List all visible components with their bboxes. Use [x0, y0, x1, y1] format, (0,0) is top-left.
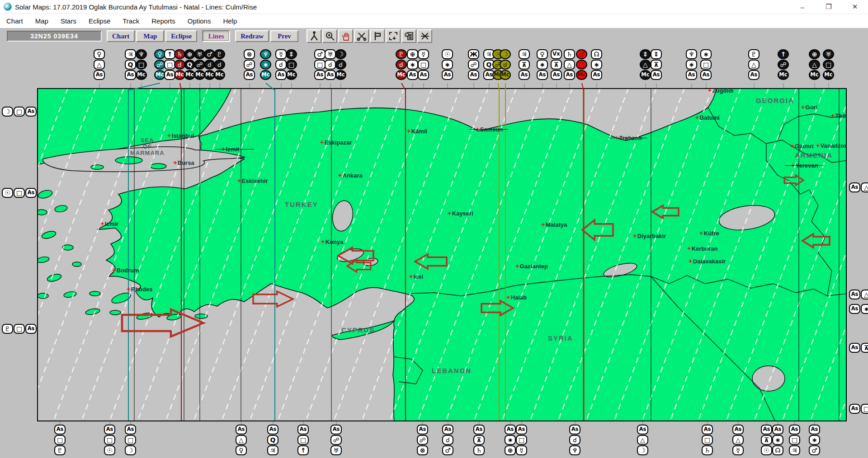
city-label: +Gori — [801, 104, 818, 111]
city-marker-icon: + — [816, 141, 820, 149]
city-name: Gori — [806, 104, 818, 111]
city-name: Eskipazar — [325, 139, 352, 146]
city-marker-icon: + — [338, 171, 342, 179]
city-label: +Vanadzor — [816, 142, 846, 149]
city-marker-icon: + — [320, 138, 324, 146]
city-label: +Küfre — [699, 230, 719, 237]
city-marker-icon: + — [237, 177, 241, 184]
city-label: +Gjumri — [790, 143, 814, 150]
city-name: Konya — [326, 238, 344, 245]
city-label: +Izmit — [222, 146, 239, 153]
country-label: TURKEY — [285, 201, 318, 208]
city-marker-icon: + — [515, 262, 519, 270]
city-label: +Halab — [506, 294, 527, 301]
city-name: Diyarbakir — [637, 233, 666, 239]
city-label: +Kâmil — [407, 128, 427, 135]
city-label: +Gaziantep — [515, 263, 548, 270]
city-marker-icon: + — [409, 272, 413, 280]
city-label: +Rhodes — [127, 286, 152, 293]
city-name: Zugdidi — [712, 87, 734, 94]
city-marker-icon: + — [321, 238, 325, 245]
city-name: Tbilisi — [835, 112, 846, 119]
city-label: +Malatya — [541, 221, 567, 228]
city-marker-icon: + — [695, 113, 699, 121]
city-name: Dalavakasir — [693, 258, 726, 265]
map-labels-layer: +Istanbul+Izmit+Bursa+Eskisehir+Izmir+Bo… — [38, 44, 846, 377]
city-marker-icon: + — [506, 293, 510, 301]
city-label: +Kerburan — [687, 245, 718, 252]
city-name: Eskisehir — [242, 178, 268, 184]
city-marker-icon: + — [633, 232, 637, 239]
city-name: Vanadzor — [821, 142, 846, 149]
city-label: +Samsun — [476, 126, 503, 133]
city-marker-icon: + — [699, 229, 703, 237]
city-marker-icon: + — [790, 142, 794, 150]
city-name: Rhodes — [131, 286, 153, 293]
city-marker-icon: + — [407, 127, 411, 135]
city-label: +Eskipazar — [320, 139, 352, 146]
city-name: Kayseri — [452, 210, 473, 217]
city-label: +Izmir — [100, 220, 118, 227]
city-name: Halab — [511, 294, 527, 301]
sea-label: SEAOFMARMARA — [130, 137, 165, 156]
city-marker-icon: + — [100, 220, 104, 227]
country-label: SYRIA — [548, 334, 573, 342]
city-label: +Trabzon — [615, 135, 642, 141]
city-marker-icon: + — [167, 131, 171, 139]
city-name: Malatya — [546, 221, 567, 228]
city-label: +Dalavakasir — [689, 258, 726, 265]
city-marker-icon: + — [448, 209, 452, 217]
city-label: +Batumi — [695, 114, 720, 121]
city-name: Bursa — [178, 159, 194, 166]
city-label: +Tbilisi — [831, 112, 846, 119]
country-label: CYPRUS — [341, 326, 375, 334]
city-label: +Ankara — [338, 172, 363, 179]
city-label: +Diyarbakir — [633, 233, 666, 239]
city-marker-icon: + — [831, 112, 835, 119]
city-label: +Bursa — [173, 159, 194, 166]
city-name: Gjumri — [795, 143, 814, 150]
country-label: ARMENIA — [795, 151, 833, 159]
city-name: Istanbul — [172, 132, 194, 139]
city-label: +Kayseri — [448, 210, 473, 217]
city-label: +Bodrum — [112, 267, 139, 274]
city-name: Batumi — [700, 114, 720, 121]
city-name: Gaziantep — [520, 263, 548, 270]
city-marker-icon: + — [173, 159, 177, 166]
city-name: Bodrum — [117, 267, 139, 274]
country-label: LEBANON — [432, 367, 472, 374]
city-marker-icon: + — [541, 220, 545, 228]
city-marker-icon: + — [687, 244, 691, 252]
city-label: +Icel — [409, 273, 423, 280]
city-label: +Yerevan — [791, 162, 818, 169]
city-name: Kerburan — [692, 245, 718, 252]
city-label: +Istanbul — [167, 132, 194, 139]
city-name: Küfre — [704, 230, 719, 237]
city-label: +Eskisehir — [237, 178, 268, 184]
city-label: +Zugdidi — [708, 87, 734, 94]
city-marker-icon: + — [708, 86, 712, 94]
city-marker-icon: + — [801, 103, 805, 111]
city-label: +Konya — [321, 238, 344, 245]
city-marker-icon: + — [112, 266, 116, 274]
city-name: Ankara — [343, 172, 363, 179]
city-marker-icon: + — [689, 257, 693, 265]
city-name: Kâmil — [411, 128, 427, 135]
country-label: GEORGIA — [756, 97, 794, 104]
city-name: Icel — [414, 273, 424, 280]
city-name: Izmir — [105, 220, 118, 227]
city-marker-icon: + — [127, 285, 131, 293]
solar-maps-window: Solar Maps: 17.07.2019 Oglak Burcunda Ay… — [0, 0, 868, 458]
